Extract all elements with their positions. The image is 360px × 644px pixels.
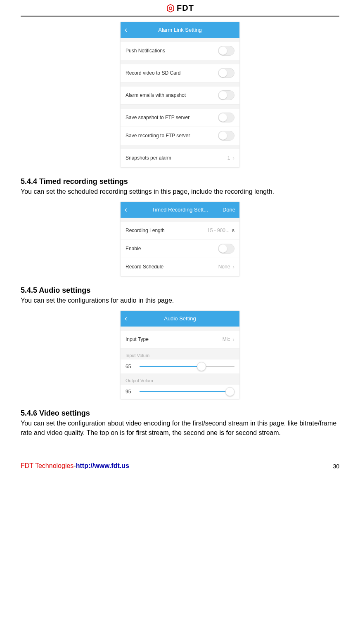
back-icon[interactable]: ‹ xyxy=(125,26,127,34)
output-volume-row[interactable]: 95 xyxy=(121,385,239,399)
back-icon[interactable]: ‹ xyxy=(125,205,127,214)
footer-company: FDT Technologies xyxy=(21,462,73,469)
slider-track[interactable] xyxy=(140,366,234,367)
section-544-heading: 5.4.4 Timed recording settings xyxy=(21,177,339,186)
svg-marker-0 xyxy=(167,4,173,12)
done-button[interactable]: Done xyxy=(223,207,235,213)
section-545-heading: 5.4.5 Audio settings xyxy=(21,286,339,295)
row-value: 1 xyxy=(227,155,230,161)
gear-hex-icon xyxy=(166,4,175,13)
audio-setting-screenshot: ‹ Audio Setting Input Type Mic › Input V… xyxy=(121,311,239,399)
slider-value: 95 xyxy=(126,389,135,395)
row-label: Save recording to FTP server xyxy=(126,133,190,139)
input-type-row[interactable]: Input Type Mic › xyxy=(121,331,239,349)
input-volume-row[interactable]: 65 xyxy=(121,360,239,374)
slider-track[interactable] xyxy=(140,391,234,392)
row-label: Alarm emails with snapshot xyxy=(126,92,186,98)
record-sd-row[interactable]: Record video to SD Card xyxy=(121,64,239,82)
recording-ftp-row[interactable]: Save recording to FTP server xyxy=(121,127,239,145)
alarm-emails-row[interactable]: Alarm emails with snapshot xyxy=(121,87,239,105)
toggle-switch[interactable] xyxy=(218,68,234,78)
footer-url[interactable]: www.fdt.us xyxy=(94,462,129,469)
input-volume-label: Input Volum xyxy=(121,349,239,360)
section-546-heading: 5.4.6 Video settings xyxy=(21,409,339,418)
snapshots-per-alarm-row[interactable]: Snapshots per alarm 1 › xyxy=(121,149,239,167)
row-label: Recording Length xyxy=(126,228,165,233)
screen-title: Audio Setting xyxy=(121,315,239,322)
slider-value: 65 xyxy=(126,364,135,369)
toggle-switch[interactable] xyxy=(218,113,234,122)
page-footer: FDT Technologies-http://www.fdt.us 30 xyxy=(0,450,360,478)
screen-titlebar: ‹ Timed Recording Sett... Done xyxy=(121,202,239,218)
slider-thumb[interactable] xyxy=(225,387,234,396)
screen-titlebar: ‹ Alarm Link Setting xyxy=(121,22,239,38)
row-value: None xyxy=(218,264,230,270)
row-value: Mic xyxy=(223,336,230,342)
page-number: 30 xyxy=(333,463,339,470)
output-volume-label: Output Volum xyxy=(121,374,239,385)
toggle-switch[interactable] xyxy=(218,46,234,56)
chevron-right-icon: › xyxy=(232,155,234,161)
recording-length-row[interactable]: Recording Length 15 - 900... s xyxy=(121,222,239,240)
row-label: Record Schedule xyxy=(126,264,163,270)
toggle-switch[interactable] xyxy=(218,90,234,100)
slider-thumb[interactable] xyxy=(197,362,206,371)
section-544-body: You can set the scheduled recording sett… xyxy=(21,187,339,196)
row-label: Enable xyxy=(126,246,141,251)
footer-proto: http:// xyxy=(76,462,94,469)
page-header: FDT xyxy=(21,0,339,16)
snapshot-ftp-row[interactable]: Save snapshot to FTP server xyxy=(121,109,239,127)
page-body: FDT ‹ Alarm Link Setting Push Notificati… xyxy=(0,0,360,450)
row-label: Input Type xyxy=(126,336,149,342)
screen-title: Alarm Link Setting xyxy=(121,27,239,33)
section-545-body: You can set the configurations for audio… xyxy=(21,296,339,305)
enable-row[interactable]: Enable xyxy=(121,240,239,258)
toggle-switch[interactable] xyxy=(218,244,234,254)
row-label: Snapshots per alarm xyxy=(126,155,171,161)
row-label: Push Notifications xyxy=(126,48,165,54)
toggle-switch[interactable] xyxy=(218,131,234,141)
svg-point-1 xyxy=(169,7,172,9)
record-schedule-row[interactable]: Record Schedule None › xyxy=(121,258,239,276)
chevron-right-icon: › xyxy=(232,263,234,270)
row-unit: s xyxy=(232,228,234,233)
footer-credits: FDT Technologies-http://www.fdt.us xyxy=(21,462,129,470)
screen-titlebar: ‹ Audio Setting xyxy=(121,311,239,327)
row-placeholder: 15 - 900... xyxy=(207,228,230,233)
section-546-body: You can set the configuration about vide… xyxy=(21,418,339,437)
screen-title: Timed Recording Sett... xyxy=(121,207,239,213)
brand-logo: FDT xyxy=(166,3,194,13)
timed-recording-screenshot: ‹ Timed Recording Sett... Done Recording… xyxy=(121,202,239,276)
row-label: Record video to SD Card xyxy=(126,70,180,76)
alarm-link-setting-screenshot: ‹ Alarm Link Setting Push Notifications … xyxy=(121,22,239,167)
back-icon[interactable]: ‹ xyxy=(125,314,127,323)
chevron-right-icon: › xyxy=(232,336,234,343)
push-notifications-row[interactable]: Push Notifications xyxy=(121,42,239,60)
row-label: Save snapshot to FTP server xyxy=(126,115,189,120)
brand-logo-text: FDT xyxy=(177,3,194,13)
